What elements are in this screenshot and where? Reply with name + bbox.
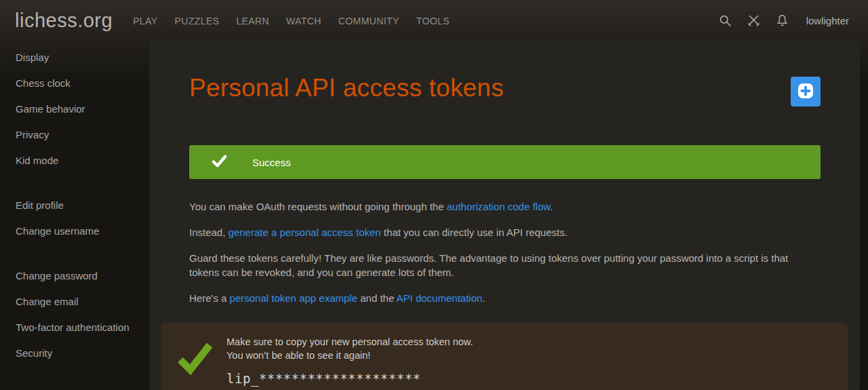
lichess-logo[interactable]: lichess.org [15,9,113,32]
sidebar-item-change-password[interactable]: Change password [0,263,149,289]
check-icon [211,153,228,172]
sidebar-item-change-username[interactable]: Change username [0,218,149,244]
sidebar-item-privacy[interactable]: Privacy [0,122,149,148]
content-panel: Personal API access tokens Success [149,41,860,390]
header-right: lowlighter [718,13,849,28]
title-row: Personal API access tokens [189,74,821,106]
search-icon[interactable] [718,13,733,28]
paragraph-oauth: You can make OAuth requests without goin… [189,199,821,214]
note-line-2: You won’t be able to see it again! [226,349,473,362]
nav-item-watch[interactable]: WATCH [286,16,321,26]
sidebar-item-change-email[interactable]: Change email [0,289,149,315]
nav-item-puzzles[interactable]: PUZZLES [175,16,220,26]
plus-square-icon [797,83,814,101]
nav-item-play[interactable]: PLAY [133,16,157,26]
nav-item-community[interactable]: COMMUNITY [338,16,399,26]
challenges-icon[interactable] [747,13,762,28]
new-token-note: Make sure to copy your new personal acce… [161,323,848,390]
note-body: Make sure to copy your new personal acce… [226,334,473,386]
nav-item-tools[interactable]: TOOLS [416,16,450,26]
sidebar-group-preferences: Display Chess clock Game behavior Privac… [0,45,149,174]
notifications-icon[interactable] [775,13,790,28]
intro-text: You can make OAuth requests without goin… [189,199,821,305]
paragraph-guard: Guard these tokens carefully! They are l… [189,251,821,279]
success-banner: Success [189,145,821,179]
sidebar-item-display[interactable]: Display [0,45,149,71]
top-navbar: lichess.org PLAY PUZZLES LEARN WATCH COM… [0,0,868,41]
generate-token-link[interactable]: generate a personal access token [229,227,381,238]
sidebar-item-edit-profile[interactable]: Edit profile [0,193,149,218]
token-app-example-link[interactable]: personal token app example [230,292,357,304]
token-value[interactable]: lip_******************** [226,371,473,386]
api-documentation-link[interactable]: API documentation [397,292,483,304]
page-title: Personal API access tokens [189,74,504,102]
paragraph-examples: Here's a personal token app example and … [189,291,821,305]
big-check-icon [176,340,214,380]
sidebar-item-chess-clock[interactable]: Chess clock [0,71,149,96]
user-menu[interactable]: lowlighter [806,15,849,26]
sidebar-item-kid-mode[interactable]: Kid mode [0,148,149,174]
sidebar-item-two-factor[interactable]: Two-factor authentication [0,315,149,340]
sidebar-item-game-behavior[interactable]: Game behavior [0,96,149,122]
paragraph-instead: Instead, generate a personal access toke… [189,225,821,239]
main-nav: PLAY PUZZLES LEARN WATCH COMMUNITY TOOLS [133,16,450,26]
note-line-1: Make sure to copy your new personal acce… [226,335,473,349]
sidebar-item-security[interactable]: Security [0,340,149,366]
authorization-code-flow-link[interactable]: authorization code flow [447,201,551,212]
new-token-button[interactable] [791,77,821,106]
settings-sidebar: Display Chess clock Game behavior Privac… [0,41,149,366]
sidebar-group-security: Change password Change email Two-factor … [0,263,149,366]
sidebar-group-profile: Edit profile Change username [0,193,149,244]
nav-item-learn[interactable]: LEARN [236,16,269,26]
success-label: Success [252,157,291,168]
